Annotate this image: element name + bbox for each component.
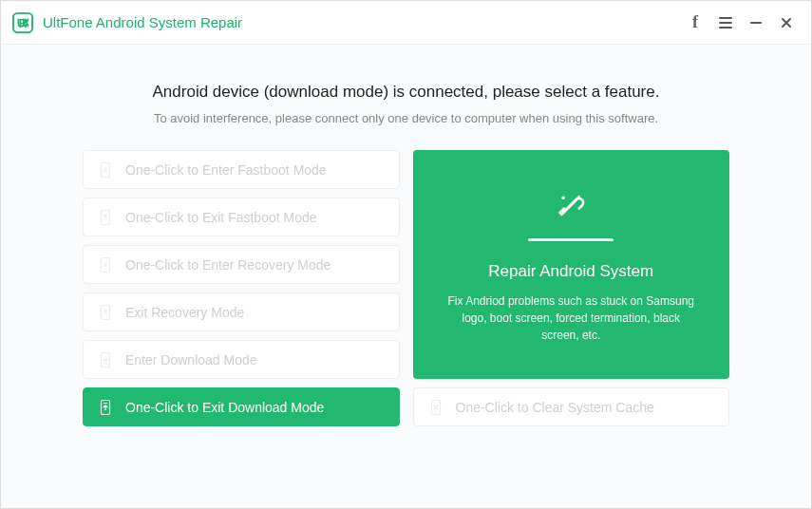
option-enter-fastboot[interactable]: One-Click to Enter Fastboot Mode [83, 150, 400, 189]
repair-system-card[interactable]: Repair Android System Fix Andriod proble… [413, 150, 730, 379]
option-exit-fastboot[interactable]: One-Click to Exit Fastboot Mode [83, 198, 400, 236]
option-label: One-Click to Exit Download Mode [125, 400, 324, 415]
card-description: Fix Andriod problems such as stuck on Sa… [444, 292, 700, 344]
app-window: R UltFone Android System Repair f Androi… [0, 0, 812, 509]
phone-clear-icon [427, 399, 444, 416]
card-title: Repair Android System [488, 262, 653, 281]
app-title: UltFone Android System Repair [43, 14, 242, 30]
option-label: One-Click to Clear System Cache [456, 400, 654, 415]
phone-arrow-icon [97, 209, 114, 226]
card-divider [528, 238, 614, 241]
minimize-icon[interactable] [743, 9, 769, 36]
phone-upload-icon [97, 399, 114, 416]
phone-arrow-icon [97, 161, 114, 179]
facebook-icon[interactable]: f [682, 9, 708, 36]
option-label: One-Click to Exit Fastboot Mode [125, 210, 317, 225]
close-icon[interactable] [773, 9, 800, 36]
option-label: Enter Download Mode [125, 352, 257, 368]
page-subheading: To avoid interference, please connect on… [29, 111, 783, 125]
option-label: Exit Recovery Mode [125, 305, 244, 320]
svg-point-8 [562, 196, 566, 199]
menu-icon[interactable] [712, 9, 739, 36]
tools-icon [551, 185, 591, 225]
app-logo-icon: R [12, 12, 33, 33]
svg-text:R: R [19, 16, 28, 29]
option-exit-recovery[interactable]: Exit Recovery Mode [83, 292, 400, 331]
phone-arrow-icon [97, 256, 114, 273]
right-column: Repair Android System Fix Andriod proble… [413, 150, 730, 426]
content-area: Android device (download mode) is connec… [1, 45, 811, 508]
phone-arrow-icon [97, 304, 114, 321]
title-bar: R UltFone Android System Repair f [1, 1, 811, 45]
feature-list: One-Click to Enter Fastboot Mode One-Cli… [83, 150, 400, 426]
page-heading: Android device (download mode) is connec… [29, 83, 783, 102]
option-label: One-Click to Enter Recovery Mode [125, 257, 330, 273]
option-label: One-Click to Enter Fastboot Mode [125, 162, 327, 178]
feature-grid: One-Click to Enter Fastboot Mode One-Cli… [29, 150, 783, 426]
phone-download-icon [97, 351, 114, 368]
option-clear-cache[interactable]: One-Click to Clear System Cache [413, 387, 730, 426]
option-enter-download[interactable]: Enter Download Mode [83, 340, 400, 379]
option-exit-download[interactable]: One-Click to Exit Download Mode [83, 387, 400, 426]
option-enter-recovery[interactable]: One-Click to Enter Recovery Mode [83, 245, 400, 284]
